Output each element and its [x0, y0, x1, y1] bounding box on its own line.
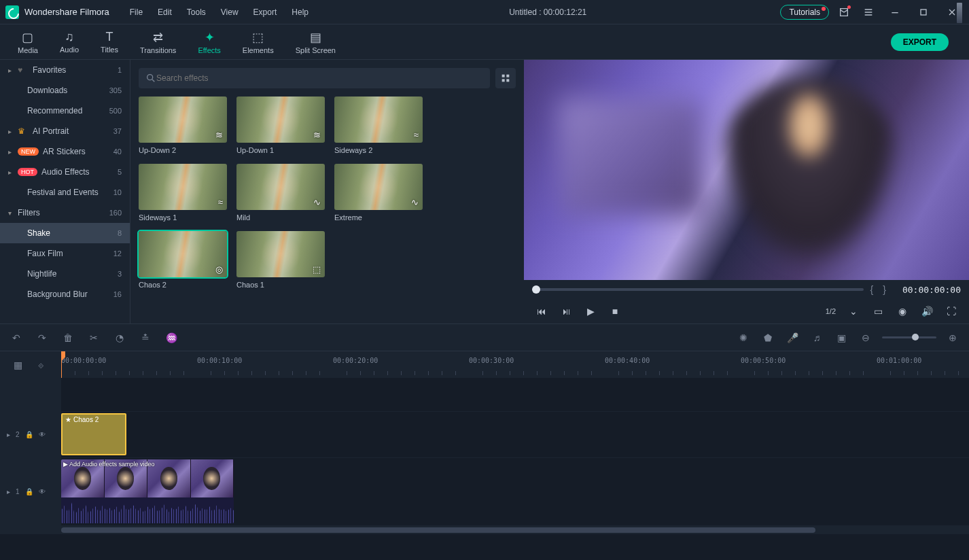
sidebar-item-filters[interactable]: ▾Filters160	[0, 203, 130, 223]
effect-chaos-2[interactable]: ◎Chaos 2	[139, 231, 227, 289]
volume-button[interactable]: 🔊	[917, 302, 936, 321]
effect-label: Up-Down 1	[236, 146, 325, 154]
track-height-toggle[interactable]	[957, 3, 962, 23]
maximize-button[interactable]	[912, 3, 935, 22]
seek-handle[interactable]	[532, 285, 540, 294]
timeline-tracks[interactable]: ▸ 2 🔒 👁 ★Chaos 2 ▸ 1 🔒 👁 ▶Add Audio effe…	[0, 378, 969, 560]
cut-button[interactable]: ✂	[86, 330, 102, 346]
effect-thumbnail[interactable]: ∿	[334, 164, 423, 210]
sidebar-item-shake[interactable]: Shake8	[0, 223, 130, 243]
undo-button[interactable]: ↶	[8, 330, 24, 346]
zoom-dropdown[interactable]: ⌄	[844, 302, 863, 321]
effect-thumbnail[interactable]: ◎	[139, 231, 227, 277]
eye-icon[interactable]: 👁	[39, 488, 46, 495]
redo-button[interactable]: ↷	[34, 330, 50, 346]
quality-button[interactable]: ▭	[868, 302, 887, 321]
effect-chaos-1[interactable]: ⬚Chaos 1	[236, 231, 325, 289]
menu-view[interactable]: View	[214, 5, 245, 20]
grid-view-button[interactable]	[495, 68, 516, 88]
sidebar-item-festival-and-events[interactable]: Festival and Events10	[0, 182, 130, 203]
effect-mild[interactable]: ∿Mild	[236, 164, 325, 222]
effect-thumbnail[interactable]: ⬚	[236, 231, 325, 277]
marker-button[interactable]: ⬟	[760, 330, 776, 346]
effects-sidebar[interactable]: ▸♥Favorites1Downloads305Recommended500▸♛…	[0, 60, 130, 323]
tab-media[interactable]: ▢Media	[7, 27, 49, 57]
zoom-out-button[interactable]: ⊖	[858, 330, 874, 346]
prev-frame-button[interactable]: ⏮	[532, 302, 551, 321]
snapshot-button[interactable]: ◉	[893, 302, 912, 321]
lock-icon[interactable]: 🔒	[25, 431, 33, 438]
ruler-menu-button[interactable]: ▦	[10, 357, 26, 373]
mail-icon[interactable]	[834, 3, 853, 22]
effect-thumbnail[interactable]: ≋	[139, 97, 227, 143]
scrollbar-thumb[interactable]	[61, 527, 815, 533]
effect-extreme[interactable]: ∿Extreme	[334, 164, 423, 222]
ruler-tick: 00:00:40:00	[605, 357, 650, 364]
menu-edit[interactable]: Edit	[151, 5, 179, 20]
effect-up-down-2[interactable]: ≋Up-Down 2	[139, 97, 227, 154]
export-button[interactable]: EXPORT	[891, 33, 949, 51]
speed-button[interactable]: ◔	[111, 330, 128, 346]
preview-zoom[interactable]: 1/2	[826, 307, 836, 315]
menu-tools[interactable]: Tools	[180, 5, 213, 20]
minimize-button[interactable]	[883, 3, 906, 22]
preview-video[interactable]	[524, 60, 969, 280]
tab-elements[interactable]: ⬚Elements	[232, 27, 285, 57]
effect-thumbnail[interactable]: ≋	[236, 97, 325, 143]
tab-effects[interactable]: ✦Effects	[187, 27, 231, 57]
effect-sideways-2[interactable]: ≈Sideways 2	[334, 97, 423, 154]
play-button[interactable]: ▶	[581, 302, 600, 321]
zoom-slider[interactable]	[882, 336, 936, 338]
render-button[interactable]: ✺	[735, 330, 752, 346]
playhead[interactable]	[61, 351, 62, 378]
keyframe-button[interactable]: ▣	[833, 330, 849, 346]
sidebar-item-favorites[interactable]: ▸♥Favorites1	[0, 60, 130, 80]
record-button[interactable]: 🎤	[784, 330, 800, 346]
search-input[interactable]	[156, 73, 483, 83]
timeline-ruler[interactable]: ▦ ⟐ 00:00:00:0000:00:10:0000:00:20:0000:…	[0, 351, 969, 378]
sidebar-item-background-blur[interactable]: Background Blur16	[0, 284, 130, 304]
tutorials-button[interactable]: Tutorials	[780, 5, 829, 20]
menu-file[interactable]: File	[123, 5, 149, 20]
fullscreen-button[interactable]: ⛶	[942, 302, 961, 321]
sidebar-item-ar-stickers[interactable]: ▸NEWAR Stickers40	[0, 141, 130, 162]
adjust-button[interactable]: ≛	[137, 330, 154, 346]
sidebar-item-nightlife[interactable]: Nightlife3	[0, 264, 130, 284]
play-pause-button[interactable]: ⏯	[557, 302, 576, 321]
effect-sideways-1[interactable]: ≈Sideways 1	[139, 164, 227, 222]
video-clip[interactable]: ▶Add Audio effects sample video	[61, 459, 234, 523]
eye-icon[interactable]: 👁	[39, 431, 46, 438]
tab-titles[interactable]: TTitles	[90, 27, 129, 56]
menu-help[interactable]: Help	[285, 5, 315, 20]
mark-brackets[interactable]: {}	[870, 284, 896, 295]
lock-icon[interactable]: 🔒	[25, 488, 33, 495]
effect-thumbnail[interactable]: ∿	[236, 164, 325, 210]
stop-button[interactable]: ■	[605, 302, 624, 321]
list-icon[interactable]	[859, 3, 878, 22]
effect-thumbnail[interactable]: ≈	[139, 164, 227, 210]
effect-clip[interactable]: ★Chaos 2	[61, 413, 126, 455]
effect-type-icon: ∿	[411, 197, 419, 207]
sidebar-item-audio-effects[interactable]: ▸HOTAudio Effects5	[0, 162, 130, 182]
delete-button[interactable]: 🗑	[60, 330, 76, 346]
tab-splitscreen[interactable]: ▤Split Screen	[285, 27, 347, 57]
seek-track[interactable]	[532, 288, 864, 291]
sidebar-item-downloads[interactable]: Downloads305	[0, 80, 130, 101]
effect-thumbnail[interactable]: ≈	[334, 97, 423, 143]
tab-audio[interactable]: ♫Audio	[49, 27, 90, 56]
sidebar-item-ai-portrait[interactable]: ▸♛AI Portrait37	[0, 121, 130, 141]
link-button[interactable]: ⟐	[33, 357, 49, 373]
mixer-button[interactable]: ♬	[809, 330, 825, 346]
menu-export[interactable]: Export	[247, 5, 284, 20]
timeline-scrollbar[interactable]	[0, 526, 969, 534]
zoom-in-button[interactable]: ⊕	[945, 330, 961, 346]
tab-transitions[interactable]: ⇄Transitions	[129, 27, 187, 57]
audio-button[interactable]: ♒	[163, 330, 179, 346]
sidebar-item-faux-film[interactable]: Faux Film12	[0, 243, 130, 264]
zoom-slider-handle[interactable]	[912, 334, 919, 340]
sidebar-item-recommended[interactable]: Recommended500	[0, 101, 130, 121]
sidebar-label: Faux Film	[27, 249, 113, 258]
svg-rect-4	[502, 79, 505, 82]
effect-up-down-1[interactable]: ≋Up-Down 1	[236, 97, 325, 154]
search-box[interactable]	[139, 68, 490, 88]
